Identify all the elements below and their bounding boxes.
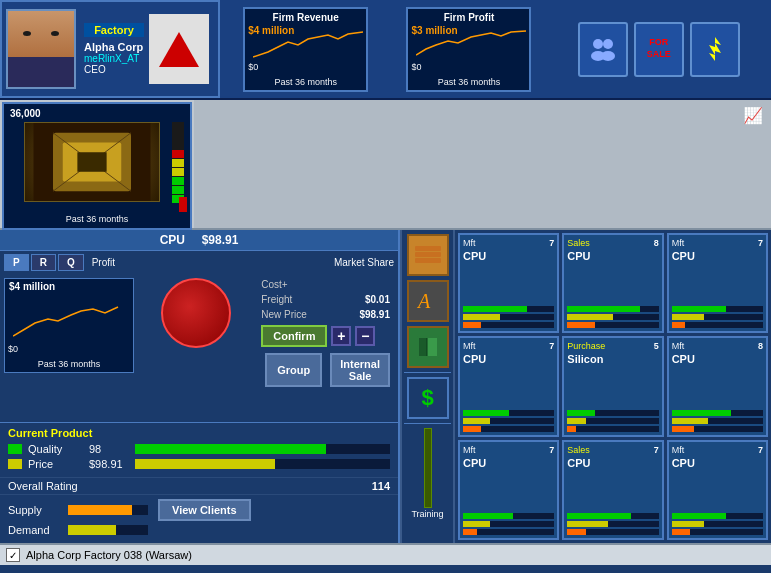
view-clients-button[interactable]: View Clients [158, 499, 251, 521]
graph-icon[interactable]: 📈 [743, 106, 763, 125]
people-button[interactable] [578, 22, 628, 77]
supply-row: Supply View Clients [8, 499, 390, 521]
revenue-title: Firm Revenue [248, 12, 363, 23]
factory-chart[interactable]: 36,000 Past 36 months [2, 102, 192, 230]
market-share-label: Market Share [334, 257, 394, 268]
book-icon [413, 332, 443, 362]
logo-triangle [159, 32, 199, 67]
product-body: $4 million $0 Past 36 months Cost+ [0, 274, 398, 422]
arrows-button[interactable] [690, 22, 740, 77]
price-minus-button[interactable]: − [355, 326, 375, 346]
profit-zero: $0 [411, 62, 421, 72]
bar-1 [463, 521, 554, 527]
dollar-icon-button[interactable]: $ [407, 377, 449, 419]
training-bar [424, 428, 432, 508]
demand-row: Demand [8, 524, 390, 536]
profile-section: Factory Alpha Corp meRlinX_AT CEO [0, 0, 220, 98]
firm-profit-chart[interactable]: Firm Profit $3 million $0 Past 36 months [406, 7, 531, 92]
for-sale-button[interactable]: FORSALE [634, 22, 684, 77]
bar-1 [567, 521, 658, 527]
people-icon [588, 34, 618, 64]
grid-cell-8[interactable]: Mft 7 CPU [667, 440, 768, 540]
grid-cell-2[interactable]: Mft 7 CPU [667, 233, 768, 333]
revenue-period: Past 36 months [245, 77, 366, 87]
gc-type: Sales [567, 445, 590, 455]
svg-rect-18 [427, 338, 437, 356]
supply-bar [68, 505, 132, 515]
bar-2 [463, 426, 554, 432]
supply-bar-container [68, 505, 148, 515]
bar-0 [672, 513, 763, 519]
new-price-row: New Price $98.91 [257, 308, 394, 321]
status-checkbox[interactable]: ✓ [6, 548, 20, 562]
demand-label: Demand [8, 524, 68, 536]
demand-bar-container [68, 525, 148, 535]
middle-empty-area: 📈 [194, 100, 771, 228]
bar-1 [672, 418, 763, 424]
price-color [8, 459, 22, 469]
arrows-icon [701, 35, 729, 63]
gc-bars [672, 368, 763, 431]
gc-header: Mft 7 [463, 238, 554, 248]
factory-value: 36,000 [10, 108, 41, 119]
bar-0 [567, 513, 658, 519]
dollar-symbol: $ [421, 385, 433, 411]
gc-bars [463, 472, 554, 535]
bar-fill-0 [672, 513, 727, 519]
bottom-section: CPU $98.91 P R Q Profit Market Share $4 … [0, 230, 771, 543]
grid-cell-4[interactable]: Purchase 5 Silicon [562, 336, 663, 436]
wood-icon-button[interactable] [407, 234, 449, 276]
bar-fill-2 [567, 529, 585, 535]
book-icon-button[interactable] [407, 326, 449, 368]
bar-fill-2 [672, 529, 690, 535]
pcs-line [13, 301, 123, 341]
grid-cell-7[interactable]: Sales 7 CPU [562, 440, 663, 540]
product-profit-chart[interactable]: $4 million $0 Past 36 months [4, 278, 134, 373]
cost-label: Cost+ [261, 279, 287, 290]
grid-cell-0[interactable]: Mft 7 CPU [458, 233, 559, 333]
grid-cell-6[interactable]: Mft 7 CPU [458, 440, 559, 540]
tab-p[interactable]: P [4, 254, 29, 271]
market-share-circle [161, 278, 231, 348]
confirm-button[interactable]: Confirm [261, 325, 327, 347]
grid-cell-5[interactable]: Mft 8 CPU [667, 336, 768, 436]
product-price-label: $98.91 [202, 233, 239, 247]
tab-r[interactable]: R [31, 254, 56, 271]
price-row: Price $98.91 [8, 458, 390, 470]
bar-1 [463, 314, 554, 320]
bar-fill-2 [672, 322, 686, 328]
bar-1 [672, 521, 763, 527]
price-cp-value: $98.91 [89, 458, 129, 470]
gc-bars [463, 265, 554, 328]
bar-2 [567, 426, 658, 432]
bar-fill-0 [672, 306, 727, 312]
gc-title: CPU [463, 353, 554, 365]
bar-fill-0 [463, 306, 527, 312]
company-role: CEO [84, 64, 144, 75]
freight-label: Freight [261, 294, 292, 305]
group-button[interactable]: Group [265, 353, 322, 387]
current-product-title: Current Product [8, 427, 390, 439]
strip-divider [404, 372, 451, 373]
gc-type: Mft [463, 341, 476, 351]
gc-type: Mft [672, 238, 685, 248]
bar-fill-1 [672, 314, 704, 320]
internal-sale-button[interactable]: Internal Sale [330, 353, 390, 387]
training-label: Training [411, 509, 443, 519]
bar-fill-0 [463, 513, 513, 519]
grid-cell-1[interactable]: Sales 8 CPU [562, 233, 663, 333]
freight-value: $0.01 [365, 294, 390, 305]
strip-divider-2 [404, 423, 451, 424]
bar-2 [567, 529, 658, 535]
left-panel: CPU $98.91 P R Q Profit Market Share $4 … [0, 230, 400, 543]
bar-fill-2 [463, 322, 481, 328]
revenue-chart[interactable]: Firm Revenue $4 million $0 Past 36 month… [243, 7, 368, 92]
price-plus-button[interactable]: + [331, 326, 351, 346]
grid-cell-3[interactable]: Mft 7 CPU [458, 336, 559, 436]
letter-a-button[interactable]: A [407, 280, 449, 322]
bar-0 [567, 306, 658, 312]
svg-rect-17 [419, 338, 427, 356]
bar-fill-0 [567, 513, 631, 519]
tab-q[interactable]: Q [58, 254, 84, 271]
pcs-months: Past 36 months [5, 359, 133, 369]
